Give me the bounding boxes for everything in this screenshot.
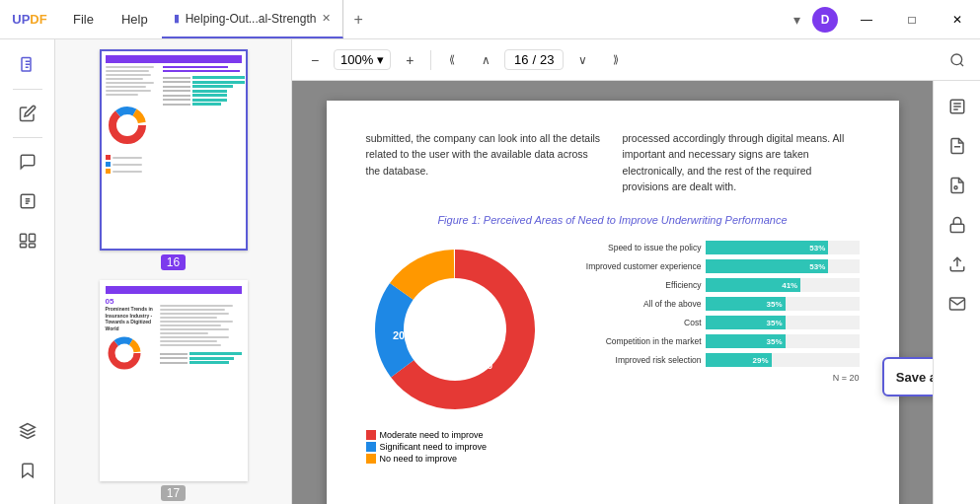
sidebar-icon-edit[interactable]	[8, 96, 47, 131]
sidebar-left	[0, 39, 55, 504]
bar-label-0: Speed to issue the policy	[583, 243, 702, 252]
bar-row-0: Speed to issue the policy 53%	[583, 241, 860, 254]
sidebar-icon-layers[interactable]	[8, 413, 47, 449]
thumb16-chart-title-line2	[163, 70, 241, 72]
thumb16-left-col	[106, 66, 160, 249]
thumb-page-num-16: 16	[161, 254, 186, 270]
donut-legend: Moderate need to improve Significant nee…	[366, 430, 564, 464]
bar-pct-6: 29%	[753, 356, 769, 365]
sidebar-bottom	[8, 413, 47, 496]
sidebar-icon-forms[interactable]	[8, 183, 47, 219]
bar-fill-0: 53%	[706, 241, 829, 254]
total-pages-label: 23	[540, 52, 554, 67]
zoom-level-label: 100%	[340, 52, 373, 67]
right-icon-ocr[interactable]	[938, 89, 977, 124]
right-icon-extract[interactable]	[938, 128, 977, 164]
tabs-dropdown-icon[interactable]: ▾	[788, 12, 806, 28]
thumbnail-16[interactable]: 16	[100, 49, 248, 270]
page-display: 16 / 23	[504, 49, 564, 70]
tab-close-icon[interactable]: ✕	[322, 12, 331, 25]
legend-label-moderate: Moderate need to improve	[380, 430, 484, 440]
thumb-frame-16[interactable]	[100, 49, 248, 251]
thumb17-section-num: 05	[106, 297, 157, 306]
thumb16-right-col	[163, 66, 245, 249]
bar-label-3: All of the above	[583, 299, 702, 309]
save-as-other-popup[interactable]: Save as Other	[882, 357, 933, 396]
pdf-plus-right-sidebar: submitted, the company can look into all…	[292, 81, 980, 504]
left-col-text: submitted, the company can look into all…	[366, 130, 603, 194]
thumb17-left-col: 05 Prominent Trends in Insurance Industr…	[106, 297, 157, 379]
bar-row-5: Competition in the market 35%	[583, 334, 860, 348]
bar-label-5: Competition in the market	[583, 336, 702, 346]
new-tab-button[interactable]: +	[343, 11, 372, 29]
page-separator: /	[532, 52, 536, 67]
right-icon-email[interactable]	[938, 286, 977, 322]
bar-pct-2: 41%	[782, 281, 797, 290]
legend-color-significant	[366, 442, 376, 452]
nav-first-button[interactable]: ⟪	[437, 46, 467, 74]
chart-title: Figure 1: Perceived Areas of Need to Imp…	[366, 214, 860, 226]
thumb17-right-col	[160, 297, 242, 379]
thumb16-purple-bar	[106, 55, 242, 63]
thumb16-bars	[163, 76, 245, 106]
bar-label-4: Cost	[583, 318, 702, 327]
active-tab[interactable]: ▮ Helping-Out...al-Strength ✕	[162, 0, 344, 38]
pdf-content-area[interactable]: submitted, the company can look into all…	[292, 81, 933, 504]
bar-track-5: 35%	[706, 334, 860, 348]
sidebar-icon-bookmark[interactable]	[8, 453, 47, 488]
sidebar-icon-document[interactable]	[8, 47, 47, 83]
menu-help[interactable]: Help	[108, 0, 162, 38]
n-label: N = 20	[583, 373, 860, 383]
svg-point-15	[951, 54, 962, 65]
bar-pct-5: 35%	[767, 337, 783, 346]
maximize-button[interactable]: □	[889, 13, 935, 27]
menu-file[interactable]: File	[59, 0, 108, 38]
thumb17-body: 05 Prominent Trends in Insurance Industr…	[106, 297, 242, 379]
zoom-in-button[interactable]: +	[395, 46, 424, 74]
svg-rect-2	[20, 234, 26, 242]
sidebar-icon-comment[interactable]	[8, 144, 47, 180]
bar-pct-0: 53%	[809, 244, 825, 252]
thumb-page-17-content: 05 Prominent Trends in Insurance Industr…	[102, 282, 246, 479]
legend-color-moderate	[366, 430, 376, 440]
top-bar: UPDF File Help ▮ Helping-Out...al-Streng…	[0, 0, 980, 39]
svg-rect-4	[20, 244, 26, 248]
thumb16-legend-mini	[106, 155, 160, 174]
thumb-frame-17[interactable]: 05 Prominent Trends in Insurance Industr…	[100, 280, 248, 481]
avatar[interactable]: D	[812, 7, 838, 33]
current-page-label: 16	[514, 52, 528, 67]
nav-next-button[interactable]: ∨	[567, 46, 597, 74]
bar-fill-4: 35%	[706, 316, 786, 329]
tab-label: Helping-Out...al-Strength	[186, 12, 317, 26]
legend-significant: Significant need to improve	[366, 442, 564, 452]
close-button[interactable]: ✕	[935, 13, 980, 27]
search-button[interactable]	[942, 46, 972, 74]
bar-fill-6: 29%	[706, 353, 772, 367]
sidebar-divider-2	[13, 137, 42, 138]
bar-track-4: 35%	[706, 316, 860, 329]
right-icon-convert[interactable]	[938, 168, 977, 203]
zoom-out-button[interactable]: −	[300, 46, 330, 74]
sidebar-icon-pages[interactable]	[8, 223, 47, 258]
right-icon-protect[interactable]	[938, 207, 977, 243]
nav-prev-button[interactable]: ∧	[471, 46, 500, 74]
thumb17-bars	[160, 352, 242, 364]
nav-last-button[interactable]: ⟫	[601, 46, 631, 74]
thumb-page-16-content	[102, 51, 246, 249]
right-icon-share[interactable]	[938, 247, 977, 282]
thumb16-chart-title-line	[163, 66, 228, 68]
thumbnail-17[interactable]: 05 Prominent Trends in Insurance Industr…	[100, 280, 248, 501]
bar-pct-3: 35%	[767, 300, 783, 309]
minimize-button[interactable]: —	[844, 13, 889, 27]
zoom-display[interactable]: 100% ▾	[334, 49, 391, 70]
bar-track-2: 41%	[706, 278, 860, 292]
right-col-text: processed accordingly through digital me…	[623, 130, 860, 194]
bar-track-1: 53%	[706, 259, 860, 273]
svg-rect-3	[29, 234, 35, 242]
svg-text:65%: 65%	[466, 357, 491, 372]
pdf-toolbar: − 100% ▾ + ⟪ ∧ 16 / 23 ∨ ⟫	[292, 39, 980, 81]
svg-rect-5	[29, 244, 35, 248]
bar-label-2: Efficiency	[583, 280, 702, 290]
bar-label-1: Improved customer experience	[583, 261, 702, 271]
thumb16-text-lines	[106, 66, 160, 96]
